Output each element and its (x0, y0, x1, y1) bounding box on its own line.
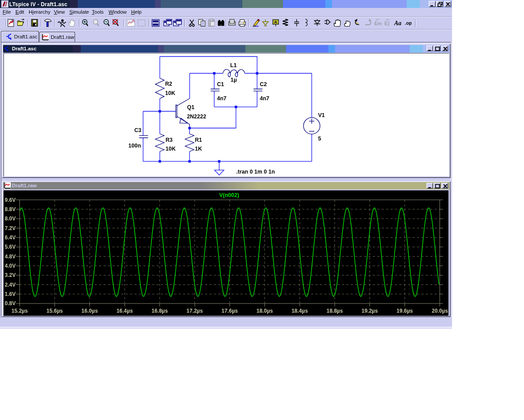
svg-text:.tran 0 1m 0 1n: .tran 0 1m 0 1n (236, 169, 275, 175)
svg-text:100n: 100n (128, 143, 141, 149)
svg-text:4n7: 4n7 (217, 95, 227, 102)
svg-text:9.6V: 9.6V (5, 197, 16, 203)
svg-text:16.0µs: 16.0µs (82, 308, 98, 314)
svg-text:Em: Em (374, 21, 382, 26)
svg-text:C1: C1 (217, 81, 224, 87)
svg-text:18.0µs: 18.0µs (256, 308, 273, 314)
svg-text:8.8V: 8.8V (5, 206, 16, 212)
svg-text:L1: L1 (230, 62, 237, 68)
svg-text:.op: .op (405, 20, 412, 26)
svg-text:R3: R3 (166, 137, 173, 143)
svg-text:16.4µs: 16.4µs (117, 308, 133, 314)
svg-text:R2: R2 (165, 81, 172, 87)
svg-text:5.6V: 5.6V (5, 244, 16, 250)
svg-text:Aa: Aa (394, 20, 401, 26)
svg-text:1.6V: 1.6V (5, 291, 16, 297)
svg-text:C3: C3 (134, 127, 141, 133)
svg-text:20.0µs: 20.0µs (432, 308, 448, 314)
svg-text:V(n002): V(n002) (219, 192, 239, 198)
svg-text:10K: 10K (166, 146, 176, 152)
svg-text:0.8V: 0.8V (5, 300, 16, 306)
svg-text:2N2222: 2N2222 (187, 114, 206, 120)
svg-text:15.2µs: 15.2µs (11, 308, 28, 314)
svg-text:A: A (274, 19, 277, 24)
svg-text:6.4V: 6.4V (5, 235, 16, 241)
svg-text:19.2µs: 19.2µs (362, 308, 378, 314)
svg-text:Q1: Q1 (187, 104, 195, 110)
svg-text:17.2µs: 17.2µs (187, 308, 203, 314)
svg-text:16.8µs: 16.8µs (151, 308, 168, 314)
svg-text:18.8µs: 18.8µs (327, 308, 343, 314)
svg-text:8.0V: 8.0V (5, 216, 16, 222)
svg-text:19.6µs: 19.6µs (396, 308, 413, 314)
svg-text:2.4V: 2.4V (5, 282, 16, 288)
svg-text:1µ: 1µ (230, 77, 237, 83)
svg-text:V1: V1 (318, 112, 324, 118)
svg-text:4.0V: 4.0V (5, 263, 16, 269)
svg-text:18.4µs: 18.4µs (291, 308, 308, 314)
svg-text:4n7: 4n7 (260, 95, 270, 102)
svg-text:4.8V: 4.8V (5, 254, 16, 260)
svg-text:7.2V: 7.2V (5, 225, 16, 231)
svg-text:R1: R1 (195, 137, 202, 143)
svg-text:17.6µs: 17.6µs (222, 308, 238, 314)
svg-text:E]: E] (385, 21, 389, 26)
svg-text:1K: 1K (195, 146, 202, 152)
svg-text:10K: 10K (165, 90, 175, 96)
svg-text:3.2V: 3.2V (5, 272, 16, 278)
svg-text:15.6µs: 15.6µs (46, 308, 63, 314)
svg-text:5: 5 (318, 136, 321, 142)
svg-text:C2: C2 (260, 81, 267, 87)
